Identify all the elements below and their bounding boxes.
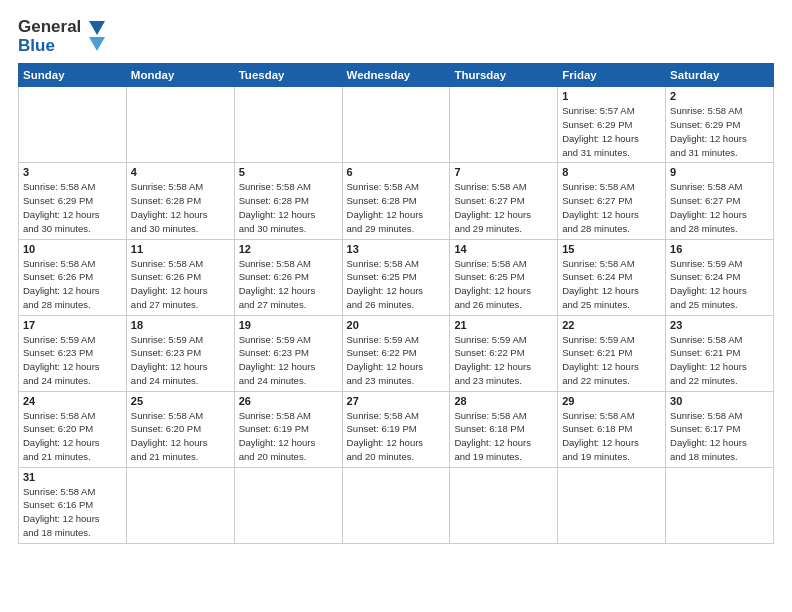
calendar-cell [558,467,666,543]
cell-sun-info: Sunrise: 5:58 AM Sunset: 6:18 PM Dayligh… [562,409,661,464]
cell-sun-info: Sunrise: 5:58 AM Sunset: 6:25 PM Dayligh… [347,257,446,312]
calendar-cell: 30Sunrise: 5:58 AM Sunset: 6:17 PM Dayli… [666,391,774,467]
cell-sun-info: Sunrise: 5:59 AM Sunset: 6:22 PM Dayligh… [347,333,446,388]
calendar-cell: 2Sunrise: 5:58 AM Sunset: 6:29 PM Daylig… [666,87,774,163]
calendar-cell: 22Sunrise: 5:59 AM Sunset: 6:21 PM Dayli… [558,315,666,391]
cell-sun-info: Sunrise: 5:58 AM Sunset: 6:29 PM Dayligh… [670,104,769,159]
calendar-cell: 24Sunrise: 5:58 AM Sunset: 6:20 PM Dayli… [19,391,127,467]
calendar-cell [19,87,127,163]
cell-date-number: 16 [670,243,769,255]
logo-wordmark: General Blue [18,18,81,55]
cell-date-number: 14 [454,243,553,255]
cell-sun-info: Sunrise: 5:58 AM Sunset: 6:16 PM Dayligh… [23,485,122,540]
cell-date-number: 15 [562,243,661,255]
calendar-cell: 12Sunrise: 5:58 AM Sunset: 6:26 PM Dayli… [234,239,342,315]
calendar-cell: 16Sunrise: 5:59 AM Sunset: 6:24 PM Dayli… [666,239,774,315]
weekday-header-sunday: Sunday [19,64,127,87]
weekday-header-monday: Monday [126,64,234,87]
calendar-cell: 27Sunrise: 5:58 AM Sunset: 6:19 PM Dayli… [342,391,450,467]
cell-sun-info: Sunrise: 5:58 AM Sunset: 6:18 PM Dayligh… [454,409,553,464]
calendar-cell: 7Sunrise: 5:58 AM Sunset: 6:27 PM Daylig… [450,163,558,239]
cell-sun-info: Sunrise: 5:58 AM Sunset: 6:17 PM Dayligh… [670,409,769,464]
cell-sun-info: Sunrise: 5:59 AM Sunset: 6:21 PM Dayligh… [562,333,661,388]
logo-blue: Blue [18,37,81,56]
calendar-week-row: 1Sunrise: 5:57 AM Sunset: 6:29 PM Daylig… [19,87,774,163]
cell-date-number: 22 [562,319,661,331]
calendar-cell: 5Sunrise: 5:58 AM Sunset: 6:28 PM Daylig… [234,163,342,239]
cell-sun-info: Sunrise: 5:59 AM Sunset: 6:23 PM Dayligh… [131,333,230,388]
cell-date-number: 5 [239,166,338,178]
cell-date-number: 12 [239,243,338,255]
cell-sun-info: Sunrise: 5:58 AM Sunset: 6:21 PM Dayligh… [670,333,769,388]
cell-sun-info: Sunrise: 5:58 AM Sunset: 6:20 PM Dayligh… [131,409,230,464]
calendar-cell: 1Sunrise: 5:57 AM Sunset: 6:29 PM Daylig… [558,87,666,163]
cell-sun-info: Sunrise: 5:58 AM Sunset: 6:28 PM Dayligh… [131,180,230,235]
weekday-header-row: SundayMondayTuesdayWednesdayThursdayFrid… [19,64,774,87]
cell-sun-info: Sunrise: 5:58 AM Sunset: 6:28 PM Dayligh… [347,180,446,235]
cell-date-number: 30 [670,395,769,407]
calendar-cell: 21Sunrise: 5:59 AM Sunset: 6:22 PM Dayli… [450,315,558,391]
cell-sun-info: Sunrise: 5:58 AM Sunset: 6:24 PM Dayligh… [562,257,661,312]
cell-sun-info: Sunrise: 5:59 AM Sunset: 6:22 PM Dayligh… [454,333,553,388]
calendar-cell [234,87,342,163]
calendar-cell: 10Sunrise: 5:58 AM Sunset: 6:26 PM Dayli… [19,239,127,315]
calendar-week-row: 10Sunrise: 5:58 AM Sunset: 6:26 PM Dayli… [19,239,774,315]
calendar-cell: 26Sunrise: 5:58 AM Sunset: 6:19 PM Dayli… [234,391,342,467]
logo-general: General [18,18,81,37]
calendar-cell: 4Sunrise: 5:58 AM Sunset: 6:28 PM Daylig… [126,163,234,239]
cell-sun-info: Sunrise: 5:59 AM Sunset: 6:23 PM Dayligh… [23,333,122,388]
cell-sun-info: Sunrise: 5:59 AM Sunset: 6:24 PM Dayligh… [670,257,769,312]
calendar-cell [450,87,558,163]
weekday-header-tuesday: Tuesday [234,64,342,87]
calendar-cell: 6Sunrise: 5:58 AM Sunset: 6:28 PM Daylig… [342,163,450,239]
calendar-week-row: 24Sunrise: 5:58 AM Sunset: 6:20 PM Dayli… [19,391,774,467]
cell-sun-info: Sunrise: 5:58 AM Sunset: 6:26 PM Dayligh… [239,257,338,312]
calendar-cell [234,467,342,543]
cell-date-number: 29 [562,395,661,407]
cell-date-number: 18 [131,319,230,331]
calendar-cell: 11Sunrise: 5:58 AM Sunset: 6:26 PM Dayli… [126,239,234,315]
calendar-cell [342,467,450,543]
calendar-cell [342,87,450,163]
cell-date-number: 26 [239,395,338,407]
cell-date-number: 1 [562,90,661,102]
logo-icon [83,19,109,55]
cell-date-number: 19 [239,319,338,331]
cell-sun-info: Sunrise: 5:57 AM Sunset: 6:29 PM Dayligh… [562,104,661,159]
weekday-header-wednesday: Wednesday [342,64,450,87]
calendar-cell [666,467,774,543]
weekday-header-friday: Friday [558,64,666,87]
cell-sun-info: Sunrise: 5:58 AM Sunset: 6:26 PM Dayligh… [23,257,122,312]
calendar-cell [126,87,234,163]
calendar-cell: 28Sunrise: 5:58 AM Sunset: 6:18 PM Dayli… [450,391,558,467]
cell-date-number: 10 [23,243,122,255]
cell-date-number: 4 [131,166,230,178]
svg-marker-1 [89,37,105,51]
cell-sun-info: Sunrise: 5:58 AM Sunset: 6:20 PM Dayligh… [23,409,122,464]
calendar-cell [450,467,558,543]
calendar-cell: 19Sunrise: 5:59 AM Sunset: 6:23 PM Dayli… [234,315,342,391]
header: General Blue [18,18,774,55]
calendar-cell: 9Sunrise: 5:58 AM Sunset: 6:27 PM Daylig… [666,163,774,239]
cell-sun-info: Sunrise: 5:58 AM Sunset: 6:25 PM Dayligh… [454,257,553,312]
cell-date-number: 20 [347,319,446,331]
calendar-week-row: 17Sunrise: 5:59 AM Sunset: 6:23 PM Dayli… [19,315,774,391]
calendar-cell: 29Sunrise: 5:58 AM Sunset: 6:18 PM Dayli… [558,391,666,467]
cell-sun-info: Sunrise: 5:58 AM Sunset: 6:29 PM Dayligh… [23,180,122,235]
cell-date-number: 21 [454,319,553,331]
calendar-cell: 17Sunrise: 5:59 AM Sunset: 6:23 PM Dayli… [19,315,127,391]
calendar-cell: 14Sunrise: 5:58 AM Sunset: 6:25 PM Dayli… [450,239,558,315]
calendar-cell: 25Sunrise: 5:58 AM Sunset: 6:20 PM Dayli… [126,391,234,467]
calendar-cell: 15Sunrise: 5:58 AM Sunset: 6:24 PM Dayli… [558,239,666,315]
cell-date-number: 28 [454,395,553,407]
calendar-week-row: 3Sunrise: 5:58 AM Sunset: 6:29 PM Daylig… [19,163,774,239]
cell-date-number: 31 [23,471,122,483]
calendar-cell: 20Sunrise: 5:59 AM Sunset: 6:22 PM Dayli… [342,315,450,391]
cell-date-number: 8 [562,166,661,178]
cell-date-number: 24 [23,395,122,407]
calendar-cell: 23Sunrise: 5:58 AM Sunset: 6:21 PM Dayli… [666,315,774,391]
calendar-cell: 8Sunrise: 5:58 AM Sunset: 6:27 PM Daylig… [558,163,666,239]
calendar-cell [126,467,234,543]
cell-date-number: 25 [131,395,230,407]
calendar-table: SundayMondayTuesdayWednesdayThursdayFrid… [18,63,774,543]
